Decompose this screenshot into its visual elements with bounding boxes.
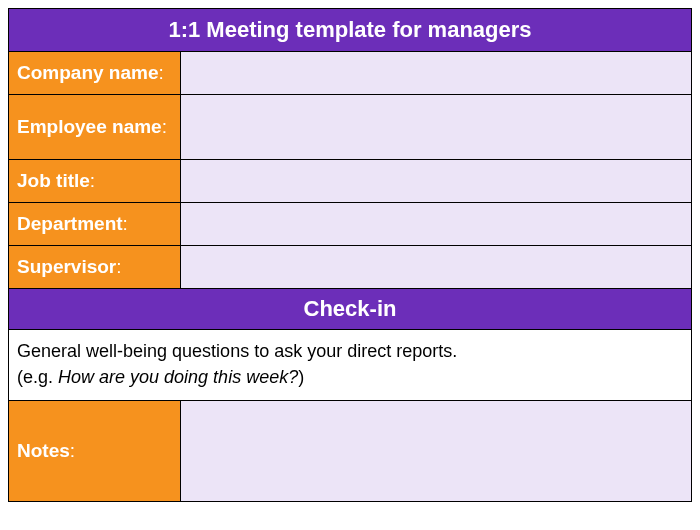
label-job-title: Job title: — [9, 160, 181, 202]
input-company-name[interactable] — [181, 52, 691, 94]
input-supervisor[interactable] — [181, 246, 691, 288]
template-title: 1:1 Meeting template for managers — [9, 9, 691, 52]
input-employee-name[interactable] — [181, 95, 691, 159]
label-supervisor: Supervisor: — [9, 246, 181, 288]
meeting-template: 1:1 Meeting template for managers Compan… — [8, 8, 692, 502]
label-department: Department: — [9, 203, 181, 245]
label-employee-name: Employee name: — [9, 95, 181, 159]
label-notes: Notes: — [9, 401, 181, 501]
checkin-desc-prefix: (e.g. — [17, 367, 58, 387]
input-job-title[interactable] — [181, 160, 691, 202]
checkin-desc-example: How are you doing this week? — [58, 367, 298, 387]
row-department: Department: — [9, 203, 691, 246]
row-supervisor: Supervisor: — [9, 246, 691, 289]
row-job-title: Job title: — [9, 160, 691, 203]
checkin-description: General well-being questions to ask your… — [9, 330, 691, 401]
row-notes: Notes: — [9, 401, 691, 501]
row-employee-name: Employee name: — [9, 95, 691, 160]
row-company-name: Company name: — [9, 52, 691, 95]
checkin-heading: Check-in — [9, 289, 691, 330]
label-company-name: Company name: — [9, 52, 181, 94]
input-department[interactable] — [181, 203, 691, 245]
input-notes[interactable] — [181, 401, 691, 501]
checkin-desc-line1: General well-being questions to ask your… — [17, 341, 457, 361]
checkin-desc-suffix: ) — [298, 367, 304, 387]
